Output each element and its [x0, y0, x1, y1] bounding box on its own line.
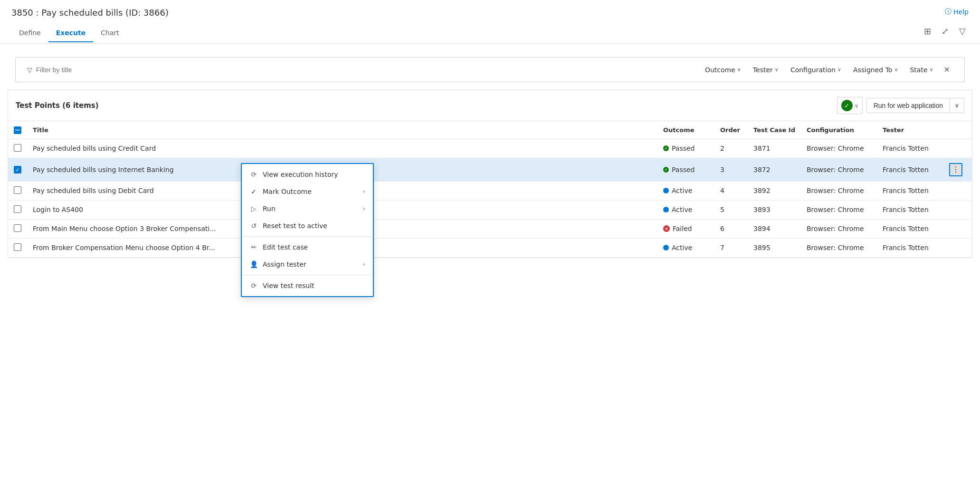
th-outcome: Outcome [657, 121, 714, 139]
row6-active-icon [663, 245, 669, 250]
status-dropdown-arrow: ∨ [855, 103, 858, 109]
menu-item-view-result[interactable]: ⟳ View test result [242, 277, 373, 294]
row5-order: 6 [714, 219, 748, 238]
row6-outcome: Active [657, 238, 714, 257]
row5-testcase-id: 3894 [748, 219, 801, 238]
header-right: ✓ ∨ Run for web application ∨ [837, 97, 964, 114]
select-all-checkbox[interactable]: — [14, 126, 21, 134]
th-title: Title [27, 121, 657, 139]
row3-actions [943, 181, 972, 200]
menu-item-mark-outcome[interactable]: ✓ Mark Outcome › [242, 183, 373, 200]
row5-checkbox-cell[interactable] [8, 219, 27, 238]
row2-configuration: Browser: Chrome [801, 158, 877, 181]
table-row: Login to AS400 Active 5 3893 Browser: Ch… [8, 200, 972, 219]
filter-icon-btn[interactable]: ▽ [956, 23, 969, 39]
tab-execute[interactable]: Execute [48, 24, 94, 42]
test-points-header: Test Points (6 items) ✓ ∨ Run for web ap… [8, 90, 972, 121]
row4-actions [943, 200, 972, 219]
page-header: 3850 : Pay scheduled bills (ID: 3866) ⓘ … [0, 0, 980, 44]
row1-actions [943, 139, 972, 158]
expand-icon-btn[interactable]: ⤢ [939, 23, 951, 39]
row2-testcase-id: 3872 [748, 158, 801, 181]
reset-icon: ↺ [249, 222, 258, 230]
test-points-container: Test Points (6 items) ✓ ∨ Run for web ap… [8, 90, 972, 258]
outcome-arrow-icon: ∨ [737, 67, 741, 73]
row4-tester: Francis Totten [877, 200, 943, 219]
row6-order: 7 [714, 238, 748, 257]
row2-checkbox[interactable]: ✓ [14, 166, 21, 173]
row3-checkbox[interactable] [14, 186, 21, 194]
context-menu: ⟳ View execution history ✓ Mark Outcome … [241, 163, 374, 297]
row1-passed-icon: ✓ [663, 145, 669, 151]
run-button-group: Run for web application ∨ [866, 98, 964, 113]
tester-arrow-icon: ∨ [775, 67, 779, 73]
row1-outcome: ✓ Passed [657, 139, 714, 158]
assign-tester-icon: 👤 [249, 260, 258, 268]
view-history-icon: ⟳ [249, 171, 258, 178]
row1-checkbox-cell[interactable] [8, 139, 27, 158]
help-link[interactable]: ⓘ Help [945, 8, 969, 16]
row5-checkbox[interactable] [14, 224, 21, 232]
row3-tester: Francis Totten [877, 181, 943, 200]
select-all-header[interactable]: — [8, 121, 27, 139]
tab-bar: Define Execute Chart [11, 24, 127, 42]
filter-outcome[interactable]: Outcome ∨ [699, 63, 747, 77]
row1-configuration: Browser: Chrome [801, 139, 877, 158]
test-points-title: Test Points (6 items) [16, 101, 99, 110]
filter-configuration[interactable]: Configuration ∨ [784, 63, 847, 77]
menu-item-run[interactable]: ▷ Run › [242, 200, 373, 217]
menu-divider-1 [242, 236, 373, 237]
row1-order: 2 [714, 139, 748, 158]
row4-outcome: Active [657, 200, 714, 219]
table-container: — Title Outcome Order Test Case Id Confi… [8, 121, 972, 258]
filter-input[interactable] [36, 66, 695, 74]
mark-outcome-icon: ✓ [249, 188, 258, 195]
filter-close-btn[interactable]: ✕ [941, 62, 953, 77]
row6-tester: Francis Totten [877, 238, 943, 257]
menu-item-reset[interactable]: ↺ Reset test to active [242, 217, 373, 234]
filter-bar: ▽ Outcome ∨ Tester ∨ Configuration ∨ Ass… [15, 57, 965, 82]
tab-chart[interactable]: Chart [93, 24, 126, 42]
filter-assigned-to[interactable]: Assigned To ∨ [847, 63, 904, 77]
th-testcase-id: Test Case Id [748, 121, 801, 139]
row6-checkbox[interactable] [14, 243, 21, 251]
row3-testcase-id: 3892 [748, 181, 801, 200]
table-row: From Main Menu choose Option 3 Broker Co… [8, 219, 972, 238]
menu-item-view-history[interactable]: ⟳ View execution history [242, 166, 373, 183]
row2-outcome: ✓ Passed [657, 158, 714, 181]
row4-order: 5 [714, 200, 748, 219]
tab-define[interactable]: Define [11, 24, 48, 42]
columns-icon-btn[interactable]: ⊞ [921, 23, 934, 39]
assigned-arrow-icon: ∨ [894, 67, 898, 73]
filter-state[interactable]: State ∨ [904, 63, 939, 77]
page: 3850 : Pay scheduled bills (ID: 3866) ⓘ … [0, 0, 980, 491]
menu-item-edit[interactable]: ✏ Edit test case [242, 239, 373, 256]
row3-outcome: Active [657, 181, 714, 200]
row2-tester: Francis Totten [877, 158, 943, 181]
row6-actions [943, 238, 972, 257]
row3-checkbox-cell[interactable] [8, 181, 27, 200]
row2-three-dot-btn[interactable]: ⋮ [949, 163, 962, 176]
row1-outcome-badge: ✓ Passed [663, 144, 709, 152]
row2-checkbox-cell[interactable]: ✓ [8, 158, 27, 181]
filter-tester[interactable]: Tester ∨ [747, 63, 784, 77]
run-dropdown-arrow[interactable]: ∨ [950, 99, 964, 112]
menu-item-assign-tester[interactable]: 👤 Assign tester › [242, 256, 373, 273]
row4-checkbox[interactable] [14, 205, 21, 213]
assign-tester-arrow-icon: › [363, 261, 365, 268]
row2-order: 3 [714, 158, 748, 181]
row6-checkbox-cell[interactable] [8, 238, 27, 257]
row5-outcome-badge: ✕ Failed [663, 225, 709, 232]
row4-checkbox-cell[interactable] [8, 200, 27, 219]
table-row: ✓ Pay scheduled bills using Internet Ban… [8, 158, 972, 181]
status-dropdown[interactable]: ✓ ∨ [837, 97, 863, 114]
row4-testcase-id: 3893 [748, 200, 801, 219]
status-green-icon: ✓ [841, 100, 853, 111]
row1-tester: Francis Totten [877, 139, 943, 158]
row1-checkbox[interactable] [14, 144, 21, 152]
row2-passed-icon: ✓ [663, 167, 669, 173]
table-row: Pay scheduled bills using Debit Card Act… [8, 181, 972, 200]
row2-actions: ⋮ [943, 158, 972, 181]
table-row: From Broker Compensation Menu choose Opt… [8, 238, 972, 257]
run-for-web-button[interactable]: Run for web application [867, 98, 950, 113]
